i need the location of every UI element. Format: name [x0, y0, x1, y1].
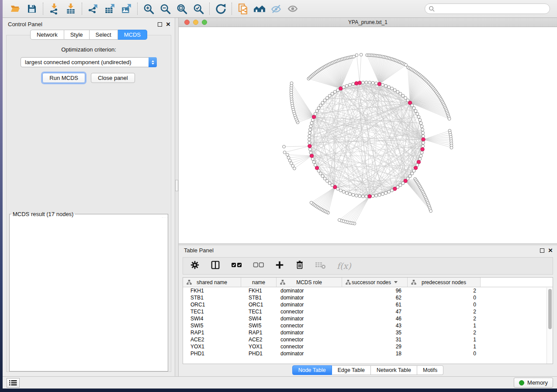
memory-button[interactable]: Memory: [514, 378, 553, 388]
table-scrollbar[interactable]: [547, 288, 553, 364]
network-node[interactable]: [368, 81, 371, 84]
add-column-icon[interactable]: [275, 260, 284, 272]
delete-column-icon[interactable]: [295, 260, 304, 272]
network-node[interactable]: [333, 90, 336, 93]
network-node[interactable]: [405, 63, 408, 66]
network-node[interactable]: [325, 179, 329, 182]
tab-network[interactable]: Network: [30, 30, 64, 40]
network-node[interactable]: [411, 104, 414, 107]
network-node[interactable]: [355, 54, 358, 57]
table-settings-icon[interactable]: [190, 260, 200, 272]
network-node[interactable]: [419, 122, 422, 125]
tab-select[interactable]: Select: [90, 30, 118, 40]
network-node[interactable]: [422, 144, 425, 148]
network-node[interactable]: [290, 82, 293, 85]
network-node[interactable]: [308, 134, 311, 138]
network-node[interactable]: [378, 193, 381, 196]
splitter-handle[interactable]: [175, 180, 178, 191]
table-row[interactable]: FKH1FKH1dominator962: [183, 287, 553, 294]
column-header[interactable]: name: [241, 278, 277, 287]
network-node[interactable]: [404, 96, 407, 100]
network-node[interactable]: [355, 194, 358, 197]
export-network-icon[interactable]: [85, 2, 101, 16]
table-row[interactable]: TEC1TEC1connector472: [183, 308, 553, 315]
network-hub-node[interactable]: [417, 160, 420, 164]
network-hub-node[interactable]: [339, 87, 343, 90]
network-node[interactable]: [358, 195, 361, 198]
network-node[interactable]: [286, 153, 289, 156]
network-node[interactable]: [319, 104, 322, 107]
network-node[interactable]: [311, 158, 314, 161]
network-node[interactable]: [391, 87, 394, 90]
search-input[interactable]: [437, 5, 546, 12]
network-node[interactable]: [308, 131, 311, 134]
table-row[interactable]: YOX1YOX1connector291: [183, 343, 553, 350]
column-header[interactable]: predecessor nodes: [408, 278, 481, 287]
network-node[interactable]: [381, 193, 384, 196]
network-node[interactable]: [339, 189, 342, 192]
zoom-out-icon[interactable]: [157, 2, 173, 16]
network-node[interactable]: [401, 182, 405, 185]
deselect-all-icon[interactable]: [253, 261, 264, 271]
vertical-splitter[interactable]: [175, 18, 179, 376]
network-window-titlebar[interactable]: YPA_prune.txt_1: [179, 18, 557, 27]
network-node[interactable]: [323, 177, 326, 180]
network-node[interactable]: [319, 172, 322, 175]
network-node[interactable]: [419, 158, 422, 161]
show-columns-icon[interactable]: [210, 260, 221, 272]
network-node[interactable]: [349, 193, 352, 196]
network-node[interactable]: [315, 110, 318, 113]
network-node[interactable]: [408, 175, 412, 178]
network-node[interactable]: [421, 128, 424, 131]
network-node[interactable]: [450, 146, 453, 149]
network-node[interactable]: [399, 92, 402, 95]
first-neighbors-icon[interactable]: [251, 2, 268, 16]
hide-selected-icon[interactable]: [268, 2, 284, 16]
network-node[interactable]: [283, 151, 286, 154]
network-node[interactable]: [308, 141, 311, 144]
network-node[interactable]: [399, 184, 402, 187]
network-node[interactable]: [396, 90, 399, 93]
export-table-icon[interactable]: [101, 2, 118, 16]
column-header[interactable]: shared name: [183, 278, 241, 287]
result-scrollbar[interactable]: [162, 217, 168, 218]
network-node[interactable]: [361, 195, 364, 198]
network-node[interactable]: [328, 182, 331, 185]
table-row[interactable]: ACE2ACE2connector311: [183, 336, 553, 343]
network-node[interactable]: [393, 89, 396, 92]
network-node[interactable]: [391, 189, 394, 192]
table-row[interactable]: STB1STB1dominator620: [183, 294, 553, 301]
table-row[interactable]: RAP1RAP1dominator352: [183, 329, 553, 336]
tab-edge-table[interactable]: Edge Table: [332, 365, 371, 375]
network-node[interactable]: [420, 151, 423, 154]
network-node[interactable]: [325, 96, 329, 100]
network-hub-node[interactable]: [358, 81, 361, 85]
network-hub-node[interactable]: [421, 148, 424, 151]
open-file-icon[interactable]: [7, 2, 24, 16]
network-node[interactable]: [309, 151, 312, 154]
network-hub-node[interactable]: [368, 195, 371, 198]
network-node[interactable]: [365, 81, 368, 84]
network-node[interactable]: [309, 125, 312, 128]
network-node[interactable]: [417, 115, 420, 118]
network-node[interactable]: [290, 162, 293, 165]
network-node[interactable]: [314, 112, 317, 115]
network-node[interactable]: [375, 194, 378, 197]
network-node[interactable]: [331, 92, 334, 95]
zoom-selected-icon[interactable]: [190, 2, 207, 16]
network-hub-node[interactable]: [378, 82, 381, 86]
network-node[interactable]: [387, 190, 391, 193]
zoom-in-icon[interactable]: [140, 2, 157, 16]
tab-mcds[interactable]: MCDS: [118, 30, 147, 40]
network-node[interactable]: [288, 159, 291, 162]
network-node[interactable]: [422, 134, 425, 138]
network-hub-node[interactable]: [308, 144, 311, 148]
network-hub-node[interactable]: [312, 115, 316, 119]
table-row[interactable]: ORC1ORC1dominator610: [183, 301, 553, 308]
network-node[interactable]: [416, 112, 419, 115]
network-node[interactable]: [352, 83, 355, 86]
network-node[interactable]: [321, 101, 324, 104]
show-all-icon[interactable]: [284, 2, 301, 16]
import-network-icon[interactable]: [46, 2, 62, 16]
network-node[interactable]: [287, 156, 290, 159]
